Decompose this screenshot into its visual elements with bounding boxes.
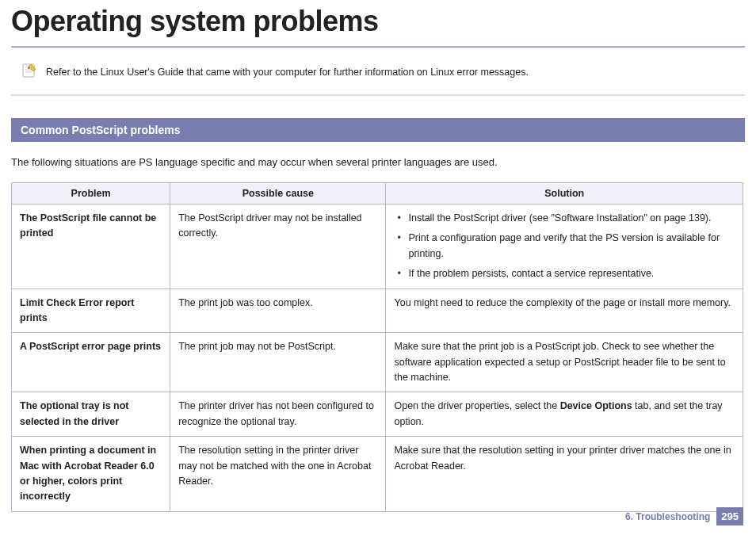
solution-item: Install the PostScript driver (see "Soft… [397, 211, 735, 226]
cell-solution: Make sure that the print job is a PostSc… [386, 333, 743, 392]
section-header: Common PostScript problems [11, 118, 745, 142]
note-divider [11, 94, 745, 96]
col-cause: Possible cause [170, 183, 386, 204]
cell-solution: Open the driver properties, select the D… [386, 392, 743, 437]
table-header-row: Problem Possible cause Solution [12, 183, 743, 204]
table-row: A PostScript error page prints The print… [12, 333, 743, 392]
cell-solution: Install the PostScript driver (see "Soft… [386, 204, 743, 289]
note-icon [21, 62, 38, 82]
cell-problem: The optional tray is not selected in the… [12, 392, 170, 437]
cell-problem: When printing a document in Mac with Acr… [12, 437, 170, 512]
solution-text: Open the driver properties, select the [394, 400, 559, 411]
table-row: The optional tray is not selected in the… [12, 392, 743, 437]
solution-item: Print a configuration page and verify th… [397, 231, 735, 262]
cell-cause: The print job was too complex. [170, 289, 386, 333]
table-row: Limit Check Error report prints The prin… [12, 289, 743, 333]
cell-cause: The PostScript driver may not be install… [170, 204, 386, 289]
page-number: 295 [716, 507, 743, 525]
cell-problem: Limit Check Error report prints [12, 289, 170, 333]
problems-table: Problem Possible cause Solution The Post… [11, 182, 743, 512]
cell-cause: The printer driver has not been configur… [170, 392, 386, 437]
table-row: The PostScript file cannot be printed Th… [12, 204, 743, 289]
chapter-label: 6. Troubleshooting [625, 511, 710, 522]
section-intro: The following situations are PS language… [0, 156, 756, 182]
page-footer: 6. Troubleshooting 295 [625, 507, 743, 525]
page-title: Operating system problems [0, 0, 756, 46]
col-problem: Problem [12, 183, 170, 204]
col-solution: Solution [386, 183, 743, 204]
note-box: Refer to the Linux User's Guide that cam… [0, 48, 756, 94]
cell-solution: You might need to reduce the complexity … [386, 289, 743, 333]
note-text: Refer to the Linux User's Guide that cam… [46, 67, 529, 78]
cell-solution: Make sure that the resolution setting in… [386, 437, 743, 512]
solution-bold: Device Options [560, 400, 632, 411]
cell-problem: A PostScript error page prints [12, 333, 170, 392]
table-row: When printing a document in Mac with Acr… [12, 437, 743, 512]
cell-cause: The resolution setting in the printer dr… [170, 437, 386, 512]
cell-problem: The PostScript file cannot be printed [12, 204, 170, 289]
cell-cause: The print job may not be PostScript. [170, 333, 386, 392]
solution-item: If the problem persists, contact a servi… [397, 266, 735, 281]
